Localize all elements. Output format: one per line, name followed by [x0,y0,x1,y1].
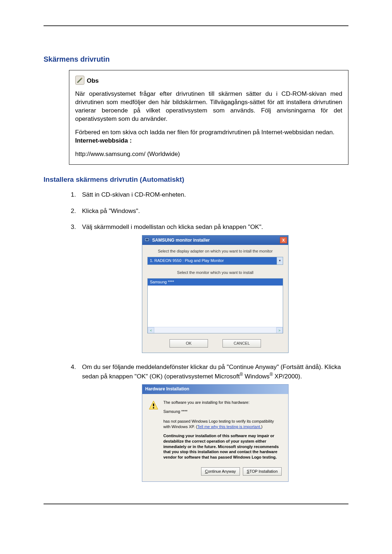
dialog1-title: SAMSUNG monitor installer [152,238,210,243]
svg-point-4 [153,407,154,409]
pencil-icon [75,75,85,86]
app-icon [144,237,150,242]
dialog1-line1: Select the display adapter on which you … [147,249,283,254]
chevron-down-icon[interactable]: ▼ [277,257,283,264]
footer-rule [44,504,348,504]
website-url: http://www.samsung.com/ (Worldwide) [75,150,342,159]
scroll-left-icon[interactable]: < [148,327,154,333]
dialog1-line2: Select the monitor which you want to ins… [147,270,283,275]
stop-installation-button[interactable]: STOP Installation [243,467,282,476]
step-4: Om du ser följande meddelandefönster kli… [78,363,348,482]
dialog-titlebar: SAMSUNG monitor installer X [142,235,288,245]
dialog2-not-passed-b: ) [261,424,262,429]
adapter-dropdown[interactable]: 1. RADEON 9550 : Plug and Play Monitor ▼ [147,257,283,265]
step-1: Sätt in CD-skivan i CD-ROM-enheten. [78,191,348,199]
note-body: När operativsystemet frågar efter drivru… [75,90,342,159]
stop-label-rest: TOP Installation [249,469,278,473]
note-box: Obs När operativsystemet frågar efter dr… [69,70,348,165]
step-3-text: Välj skärmmodell i modellistan och klick… [82,223,263,230]
steps-list: Sätt in CD-skivan i CD-ROM-enheten. Klic… [69,191,348,482]
step-4-text-a: Om du ser följande meddelandefönster kli… [82,364,341,380]
cancel-button[interactable]: CANCEL [222,339,261,348]
dialog2-hardware-name: Samsung **** [163,409,282,414]
step-4-text-b: Windows [243,373,270,380]
scroll-right-icon[interactable]: > [276,327,283,333]
subsection-title: Installera skärmens drivrutin (Automatis… [44,176,348,184]
dialog2-link[interactable]: Tell me why this testing is important. [197,424,261,429]
step-3: Välj skärmmodell i modellistan och klick… [78,223,348,353]
section-title: Skärmens drivrutin [44,55,348,63]
registered-symbol: ® [240,372,243,377]
monitor-list-item[interactable]: Samsung **** [148,279,283,286]
dialog2-bold-block: Continuing your installation of this sof… [163,433,282,460]
installer-dialog: SAMSUNG monitor installer X Select the d… [142,235,289,353]
step-4-text-c: XP/2000). [273,373,302,380]
monitor-listbox[interactable]: Samsung **** < > [147,278,283,333]
svg-rect-3 [153,403,154,406]
adapter-selected: 1. RADEON 9550 : Plug and Play Monitor [148,257,277,264]
continue-anyway-button[interactable]: Continue Anyway [201,467,240,476]
website-label: Internet-webbsida : [75,137,132,144]
note-paragraph-2: Förbered en tom skiva och ladda ner file… [75,129,334,136]
dialog2-intro: The software you are installing for this… [163,400,282,405]
note-label: Obs [87,77,99,85]
registered-symbol: ® [270,372,273,377]
horizontal-scrollbar[interactable]: < > [148,327,283,333]
note-paragraph-1: När operativsystemet frågar efter drivru… [75,90,342,123]
close-icon[interactable]: X [280,237,287,243]
warning-icon [148,400,158,410]
svg-rect-2 [146,239,148,241]
continue-label-rest: ontinue Anyway [208,469,236,473]
ok-button[interactable]: OK [170,339,208,348]
step-2: Klicka på "Windows". [78,207,348,216]
header-rule [44,25,348,26]
hardware-installation-dialog: Hardware Installation The software you a… [142,384,289,481]
dialog2-title: Hardware Installation [142,385,288,394]
dialog2-not-passed: has not passed Windows Logo testing to v… [163,419,282,430]
